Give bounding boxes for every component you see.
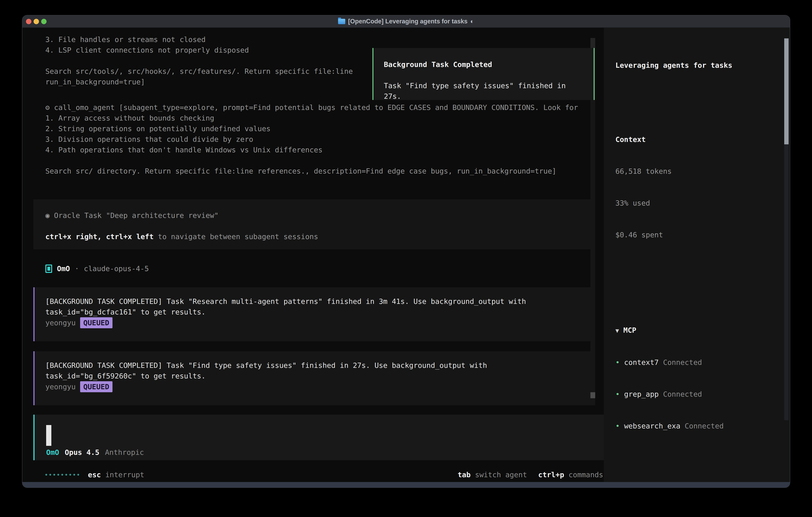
chat-line: 3. File handles or streams not closed — [46, 34, 353, 45]
message-box: [BACKGROUND TASK COMPLETED] Task "Find t… — [33, 351, 595, 405]
session-progress-icon: ◐ — [470, 18, 474, 25]
tool-call-block: ⚙ call_omo_agent [subagent_type=explore,… — [46, 102, 578, 176]
message-line: [BACKGROUND TASK COMPLETED] Task "Find t… — [46, 360, 584, 371]
tool-call-text: call_omo_agent [subagent_type=explore, p… — [54, 103, 578, 112]
context-heading: Context — [615, 134, 777, 145]
message-line: task_id="bg_6f59260c" to get results. — [46, 371, 584, 381]
mcp-item: • context7 Connected — [615, 357, 777, 368]
chat-scrollbar-thumb-top[interactable] — [590, 38, 595, 48]
mcp-item: • websearch_exa Connected — [615, 420, 777, 431]
window-title: [OpenCode] Leveraging agents for tasks ◐ — [338, 18, 474, 25]
tool-call-item: 3. Division operations that could divide… — [46, 134, 578, 144]
message-line: task_id="bg_dcfac161" to get results. — [46, 307, 584, 317]
mcp-section: ▼ MCP • context7 Connected • grep_app Co… — [615, 304, 777, 453]
session-title: Leveraging agents for tasks — [615, 60, 777, 71]
author-name: yeongyu — [46, 319, 76, 327]
mcp-section-header[interactable]: ▼ MCP — [615, 325, 777, 336]
message-box: [BACKGROUND TASK COMPLETED] Task "Resear… — [33, 287, 595, 341]
chat-text-block: 3. File handles or streams not closed 4.… — [46, 34, 353, 87]
shortcut-keys: ctrl+x right, ctrl+x left — [46, 233, 154, 241]
record-icon: ◉ — [46, 211, 50, 219]
author-name: yeongyu — [46, 383, 76, 391]
active-model: Opus 4.5 — [65, 447, 99, 458]
status-bar: esc interrupt tab switch agent ctrl+p co… — [46, 469, 603, 480]
oracle-task-hint: ctrl+x right, ctrl+x left to navigate be… — [46, 231, 583, 242]
chat-scrollbar-thumb[interactable] — [590, 392, 595, 398]
message-meta: yeongyuQUEUED — [46, 317, 584, 328]
prompt-input[interactable]: OmO Opus 4.5 Anthropic — [33, 415, 604, 460]
model-row: OmO Opus 4.5 Anthropic — [46, 447, 144, 458]
status-badge: QUEUED — [80, 381, 113, 392]
text-cursor — [46, 425, 51, 446]
minimize-button[interactable] — [34, 19, 39, 24]
tool-call-item: 4. Path operations that don't handle Win… — [46, 144, 578, 155]
ctrlp-label: commands — [569, 469, 603, 480]
tool-call-line: Search src/ directory. Return specific f… — [46, 166, 578, 176]
title-bar: [OpenCode] Leveraging agents for tasks ◐ — [22, 16, 790, 28]
agent-header: OmO · claude-opus-4-5 — [46, 263, 149, 274]
separator-dot: · — [75, 263, 79, 274]
app-window: [OpenCode] Leveraging agents for tasks ◐… — [22, 15, 790, 488]
chat-line: 4. LSP client connections not properly d… — [46, 45, 353, 55]
toast-title: Background Task Completed — [384, 59, 583, 70]
agent-icon — [46, 265, 52, 273]
context-section: Context 66,518 tokens 33% used $0.46 spe… — [615, 113, 777, 261]
ctrlp-key: ctrl+p — [538, 469, 564, 480]
status-dot-icon: • — [615, 390, 620, 398]
sidebar: Leveraging agents for tasks Context 66,5… — [604, 28, 790, 483]
tab-key: tab — [458, 469, 470, 480]
spinner-dots-icon — [46, 474, 79, 475]
close-button[interactable] — [26, 19, 31, 24]
context-spent: $0.46 spent — [615, 229, 777, 240]
message-line: [BACKGROUND TASK COMPLETED] Task "Resear… — [46, 296, 584, 307]
zoom-button[interactable] — [41, 19, 47, 24]
folder-icon — [338, 19, 345, 24]
sidebar-scrollbar-thumb[interactable] — [784, 38, 789, 144]
esc-label: interrupt — [105, 469, 144, 480]
agent-model: claude-opus-4-5 — [84, 263, 149, 274]
toast-body: Task "Find type safety issues" finished … — [384, 80, 583, 102]
chat-line: run_in_background=true] — [46, 77, 353, 87]
message-meta: yeongyuQUEUED — [46, 381, 584, 392]
sidebar-scrollbar[interactable] — [784, 38, 789, 420]
status-left: esc interrupt — [46, 469, 144, 480]
tool-call-item: 2. String operations on potentially unde… — [46, 124, 578, 134]
esc-key: esc — [88, 469, 101, 480]
background-task-toast: Background Task Completed Task "Find typ… — [372, 48, 594, 100]
model-provider: Anthropic — [105, 447, 144, 458]
agent-name: OmO — [57, 263, 70, 274]
context-tokens: 66,518 tokens — [615, 166, 777, 176]
tool-call-line: ⚙ call_omo_agent [subagent_type=explore,… — [46, 102, 578, 113]
tab-label: switch agent — [475, 469, 527, 480]
status-dot-icon: • — [615, 422, 620, 430]
tool-call-item: 1. Array access without bounds checking — [46, 113, 578, 124]
oracle-task-box: ◉ Oracle Task "Deep architecture review"… — [33, 199, 595, 249]
status-right: tab switch agent ctrl+p commands — [458, 469, 603, 480]
oracle-task-title: ◉ Oracle Task "Deep architecture review" — [46, 210, 583, 221]
window-title-text: [OpenCode] Leveraging agents for tasks — [348, 18, 467, 25]
window-bottom-edge — [22, 482, 790, 487]
context-used: 33% used — [615, 198, 777, 208]
mcp-item: • grep_app Connected — [615, 389, 777, 400]
status-dot-icon: • — [615, 358, 620, 366]
chat-line: Search src/tools/, src/hooks/, src/featu… — [46, 66, 353, 77]
gear-icon: ⚙ — [46, 103, 50, 112]
chevron-down-icon: ▼ — [615, 327, 619, 334]
active-agent: OmO — [46, 447, 59, 458]
status-badge: QUEUED — [80, 317, 113, 328]
traffic-lights — [26, 19, 47, 24]
